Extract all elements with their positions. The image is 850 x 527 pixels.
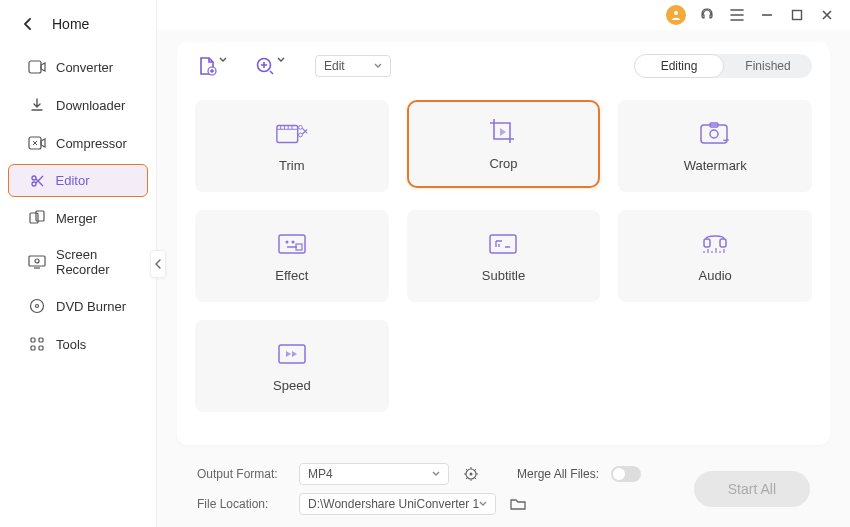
sidebar-title: Home <box>52 16 89 32</box>
svg-rect-15 <box>793 11 802 20</box>
add-url-icon[interactable] <box>253 54 277 78</box>
user-avatar-icon[interactable] <box>666 5 686 25</box>
tile-label: Effect <box>275 268 308 283</box>
sidebar-header: Home <box>0 8 156 48</box>
compressor-icon <box>28 134 46 152</box>
tile-label: Crop <box>489 156 517 171</box>
svg-rect-13 <box>39 346 43 350</box>
tile-crop[interactable]: Crop <box>407 100 601 188</box>
panel-toolbar: Edit Editing Finished <box>195 54 812 78</box>
bottom-row: Output Format: MP4 Merge All Files: <box>197 463 810 515</box>
svg-point-33 <box>470 473 473 476</box>
tile-label: Audio <box>699 268 732 283</box>
bottom-bar: Output Format: MP4 Merge All Files: <box>177 455 830 527</box>
subtitle-icon <box>486 230 520 258</box>
svg-point-7 <box>35 259 39 263</box>
svg-rect-12 <box>31 346 35 350</box>
svg-point-14 <box>674 11 678 15</box>
effect-icon <box>275 230 309 258</box>
sidebar-item-label: Compressor <box>56 136 127 151</box>
svg-point-22 <box>710 130 718 138</box>
audio-icon <box>698 230 732 258</box>
output-format-value: MP4 <box>308 467 333 481</box>
tile-label: Speed <box>273 378 311 393</box>
tile-watermark[interactable]: Watermark <box>618 100 812 192</box>
sidebar-item-compressor[interactable]: Compressor <box>8 126 148 160</box>
sidebar-item-tools[interactable]: Tools <box>8 327 148 361</box>
add-file-icon[interactable] <box>195 54 219 78</box>
tile-effect[interactable]: Effect <box>195 210 389 302</box>
sidebar-item-converter[interactable]: Converter <box>8 50 148 84</box>
svg-rect-30 <box>720 239 726 247</box>
mode-select-value: Edit <box>324 59 345 73</box>
tiles-grid: Trim Crop Watermark <box>195 100 812 412</box>
svg-rect-28 <box>490 235 516 253</box>
dvd-icon <box>28 297 46 315</box>
svg-rect-0 <box>29 61 41 73</box>
back-icon[interactable] <box>20 16 36 32</box>
trim-icon <box>275 120 309 148</box>
sidebar-collapse-handle[interactable] <box>150 250 166 278</box>
chevron-down-icon <box>219 57 227 63</box>
svg-point-8 <box>31 300 44 313</box>
segment-editing[interactable]: Editing <box>634 54 724 78</box>
start-all-button[interactable]: Start All <box>694 471 810 507</box>
chevron-down-icon <box>277 57 285 63</box>
svg-point-9 <box>36 305 39 308</box>
sidebar-item-editor[interactable]: Editor <box>8 164 148 197</box>
editor-icon <box>28 172 46 190</box>
speed-icon <box>275 340 309 368</box>
menu-icon[interactable] <box>728 6 746 24</box>
tools-icon <box>28 335 46 353</box>
sidebar-item-merger[interactable]: Merger <box>8 201 148 235</box>
window-maximize-icon[interactable] <box>788 6 806 24</box>
workspace: Edit Editing Finished Trim <box>157 30 850 527</box>
tile-audio[interactable]: Audio <box>618 210 812 302</box>
sidebar-item-label: DVD Burner <box>56 299 126 314</box>
main: Edit Editing Finished Trim <box>157 0 850 527</box>
titlebar <box>157 0 850 30</box>
merge-toggle[interactable] <box>611 466 641 482</box>
window-close-icon[interactable] <box>818 6 836 24</box>
converter-icon <box>28 58 46 76</box>
segment-label: Finished <box>745 59 790 73</box>
mode-select[interactable]: Edit <box>315 55 391 77</box>
sidebar-item-screen-recorder[interactable]: Screen Recorder <box>8 239 148 285</box>
open-folder-icon[interactable] <box>508 494 528 514</box>
sidebar-item-label: Screen Recorder <box>56 247 132 277</box>
file-location-label: File Location: <box>197 497 287 511</box>
download-icon <box>28 96 46 114</box>
sidebar-item-label: Editor <box>56 173 90 188</box>
file-location-select[interactable]: D:\Wondershare UniConverter 1 <box>299 493 496 515</box>
svg-rect-10 <box>31 338 35 342</box>
support-icon[interactable] <box>698 6 716 24</box>
tile-label: Subtitle <box>482 268 525 283</box>
output-format-select[interactable]: MP4 <box>299 463 449 485</box>
segment-finished[interactable]: Finished <box>724 54 812 78</box>
sidebar-item-label: Tools <box>56 337 86 352</box>
svg-rect-29 <box>704 239 710 247</box>
tile-label: Trim <box>279 158 305 173</box>
tile-trim[interactable]: Trim <box>195 100 389 192</box>
svg-point-25 <box>285 240 288 243</box>
svg-point-19 <box>298 125 302 129</box>
tile-subtitle[interactable]: Subtitle <box>407 210 601 302</box>
window-minimize-icon[interactable] <box>758 6 776 24</box>
svg-rect-18 <box>277 125 298 142</box>
editor-panel: Edit Editing Finished Trim <box>177 42 830 445</box>
sidebar-item-dvd-burner[interactable]: DVD Burner <box>8 289 148 323</box>
merge-label: Merge All Files: <box>517 467 599 481</box>
svg-rect-11 <box>39 338 43 342</box>
settings-icon[interactable] <box>461 464 481 484</box>
sidebar-item-label: Merger <box>56 211 97 226</box>
segment-label: Editing <box>661 59 698 73</box>
sidebar-item-downloader[interactable]: Downloader <box>8 88 148 122</box>
svg-point-20 <box>298 133 302 137</box>
tile-label: Watermark <box>684 158 747 173</box>
svg-rect-6 <box>29 256 45 266</box>
crop-icon <box>486 118 520 146</box>
svg-point-2 <box>32 176 36 180</box>
merger-icon <box>28 209 46 227</box>
sidebar-item-label: Converter <box>56 60 113 75</box>
tile-speed[interactable]: Speed <box>195 320 389 412</box>
